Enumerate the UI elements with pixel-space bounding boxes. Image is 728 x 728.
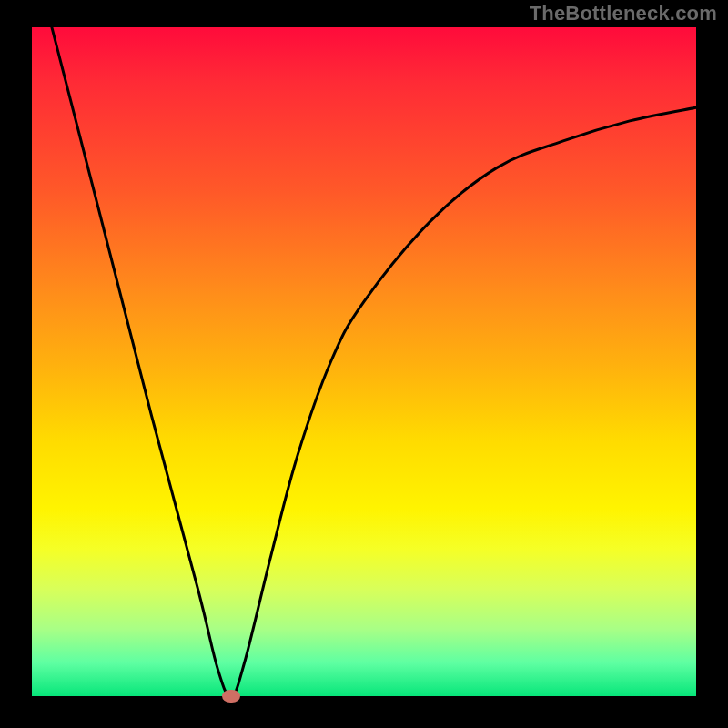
optimum-marker: [222, 690, 240, 703]
chart-container: TheBottleneck.com: [0, 0, 728, 728]
watermark-text: TheBottleneck.com: [530, 2, 717, 25]
bottleneck-curve: [52, 27, 696, 696]
curve-layer: [0, 0, 728, 728]
